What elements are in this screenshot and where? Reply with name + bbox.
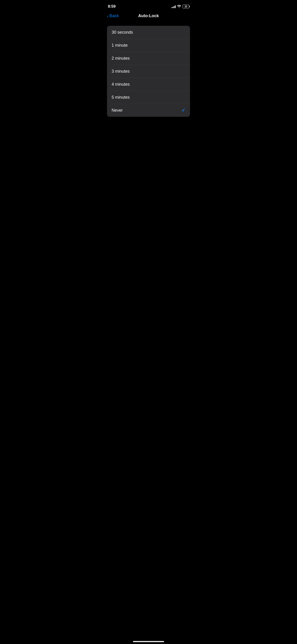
back-chevron-icon: ‹ bbox=[107, 14, 109, 18]
battery-level: 33 bbox=[184, 5, 187, 8]
list-item-label: 4 minutes bbox=[112, 82, 130, 87]
list-item-30-seconds[interactable]: 30 seconds bbox=[107, 26, 190, 39]
nav-bar: ‹ Back Auto-Lock bbox=[103, 12, 194, 22]
list-item-4-minutes[interactable]: 4 minutes bbox=[107, 78, 190, 91]
list-item-5-minutes[interactable]: 5 minutes bbox=[107, 91, 190, 104]
battery-icon: 33 bbox=[183, 5, 189, 8]
list-item-never[interactable]: Never ✓ bbox=[107, 104, 190, 117]
checkmark-icon: ✓ bbox=[181, 108, 185, 113]
list-item-label: Never bbox=[112, 108, 123, 113]
list-item-2-minutes[interactable]: 2 minutes bbox=[107, 52, 190, 65]
list-item-3-minutes[interactable]: 3 minutes bbox=[107, 65, 190, 78]
wifi-icon bbox=[177, 5, 181, 8]
back-button[interactable]: ‹ Back bbox=[107, 14, 119, 18]
status-time: 8:59 bbox=[108, 4, 116, 9]
list-item-label: 5 minutes bbox=[112, 95, 130, 100]
back-label: Back bbox=[109, 14, 119, 18]
autolock-list: 30 seconds 1 minute 2 minutes 3 minutes … bbox=[107, 26, 190, 117]
list-item-1-minute[interactable]: 1 minute bbox=[107, 39, 190, 52]
page-title: Auto-Lock bbox=[138, 14, 159, 18]
list-item-label: 1 minute bbox=[112, 43, 128, 48]
status-icons: 33 bbox=[171, 5, 189, 8]
list-item-label: 2 minutes bbox=[112, 56, 130, 61]
signal-icon bbox=[171, 5, 176, 8]
list-item-label: 3 minutes bbox=[112, 69, 130, 74]
list-item-label: 30 seconds bbox=[112, 30, 133, 35]
status-bar: 8:59 33 bbox=[103, 0, 194, 12]
